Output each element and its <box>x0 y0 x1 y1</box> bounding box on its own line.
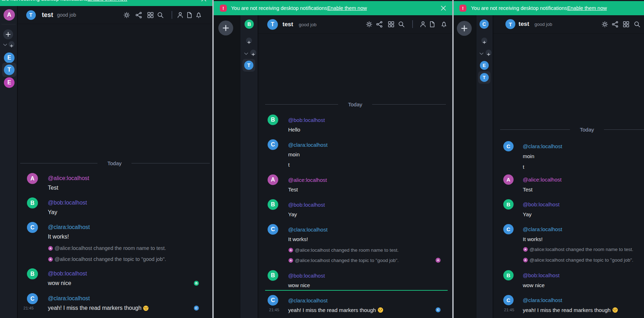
files-icon[interactable] <box>186 11 193 19</box>
close-icon[interactable] <box>440 5 447 11</box>
share-icon[interactable] <box>376 21 383 28</box>
avatar-letter: A <box>525 258 527 262</box>
message-avatar[interactable]: C <box>27 222 38 233</box>
message-avatar[interactable]: A <box>503 174 514 185</box>
message-timestamp: 21:45 <box>23 305 34 311</box>
message-avatar[interactable]: C <box>27 293 38 304</box>
message-sender[interactable]: @alice:localhost <box>523 176 561 183</box>
message-sender[interactable]: @bob:localhost <box>523 272 560 279</box>
message-avatar[interactable]: A <box>27 173 38 184</box>
room-header <box>493 15 644 34</box>
sidebar-room-item[interactable]: E <box>4 77 15 88</box>
chevron-down-icon[interactable] <box>244 51 248 56</box>
grid-icon[interactable] <box>387 21 395 28</box>
message-sender[interactable]: @clara:localhost <box>288 141 327 148</box>
account-avatar[interactable]: B <box>245 19 254 29</box>
avatar-letter: A <box>50 258 52 261</box>
message-sender[interactable]: @clara:localhost <box>288 297 327 304</box>
message-avatar[interactable]: B <box>268 115 278 125</box>
message-sender[interactable]: @bob:localhost <box>288 272 325 279</box>
avatar-letter: T <box>271 21 274 28</box>
add-room-button[interactable] <box>3 29 13 39</box>
files-icon[interactable] <box>429 21 436 28</box>
add-room-button[interactable] <box>250 50 256 56</box>
message-sender[interactable]: @bob:localhost <box>523 201 560 208</box>
avatar-letter: T <box>483 75 486 80</box>
banner-enable-link[interactable]: Enable them now <box>327 5 367 11</box>
avatar-letter: E <box>7 79 11 86</box>
message-text: wow nice <box>288 282 310 288</box>
sidebar-room-item[interactable]: T <box>244 61 253 70</box>
message-avatar[interactable]: C <box>268 224 278 235</box>
message-avatar[interactable]: B <box>27 197 38 208</box>
message-text: yeah! I miss the read markers though <box>523 307 618 313</box>
search-icon[interactable] <box>157 11 164 19</box>
message-avatar[interactable]: C <box>268 295 278 306</box>
message-sender[interactable]: @alice:localhost <box>48 175 89 182</box>
state-event-badge: A <box>523 247 528 252</box>
add-room-button[interactable] <box>246 38 252 44</box>
search-icon[interactable] <box>398 21 405 28</box>
notification-banner: You are not receiving desktop notificati… <box>0 0 213 6</box>
sidebar-room-item[interactable]: T <box>480 73 489 82</box>
sidebar-room-item[interactable]: E <box>4 52 15 63</box>
message-sender[interactable]: @bob:localhost <box>48 199 87 206</box>
add-room-button[interactable] <box>486 50 492 56</box>
state-event-text: @alice:localhost changed the room name t… <box>55 245 166 251</box>
message-sender[interactable]: @clara:localhost <box>48 295 90 302</box>
message-sender[interactable]: @clara:localhost <box>288 226 327 233</box>
notifications-icon[interactable] <box>440 21 448 28</box>
avatar-letter: A <box>271 177 275 183</box>
message-avatar[interactable]: B <box>268 270 278 281</box>
message-sender[interactable]: @bob:localhost <box>48 270 87 277</box>
chevron-down-icon[interactable] <box>3 43 7 47</box>
message-sender[interactable]: @clara:localhost <box>523 225 562 233</box>
add-space-button[interactable] <box>218 21 233 35</box>
message-avatar[interactable]: B <box>503 199 514 210</box>
message-sender[interactable]: @bob:localhost <box>288 201 325 208</box>
search-icon[interactable] <box>633 21 641 28</box>
settings-icon[interactable] <box>365 21 373 28</box>
message-text: t <box>523 163 524 170</box>
members-icon[interactable] <box>419 21 427 28</box>
banner-enable-link[interactable]: Enable them now <box>88 0 127 2</box>
grid-icon[interactable] <box>622 21 630 28</box>
avatar-letter: B <box>506 272 510 278</box>
notifications-icon[interactable] <box>195 11 202 19</box>
message-avatar[interactable]: A <box>268 174 278 185</box>
settings-icon[interactable] <box>123 11 130 19</box>
banner-enable-link[interactable]: Enable them now <box>567 5 607 11</box>
account-avatar[interactable]: C <box>480 19 489 29</box>
avatar-letter: B <box>271 272 275 279</box>
message-avatar[interactable]: C <box>503 141 514 151</box>
chevron-down-icon[interactable] <box>479 51 484 56</box>
sidebar-room-item[interactable]: T <box>4 65 15 75</box>
state-event-badge: A <box>289 258 293 263</box>
message-avatar[interactable]: B <box>503 270 514 280</box>
message-avatar[interactable]: C <box>503 295 514 305</box>
share-icon[interactable] <box>135 11 142 19</box>
members-icon[interactable] <box>177 11 184 19</box>
message-avatar[interactable]: B <box>268 199 278 210</box>
message-avatar[interactable]: C <box>268 139 278 150</box>
add-room-button[interactable] <box>481 38 487 44</box>
grid-icon[interactable] <box>147 11 154 19</box>
message-avatar[interactable]: B <box>27 268 38 279</box>
account-avatar[interactable]: A <box>4 9 15 21</box>
message-avatar[interactable]: C <box>503 224 514 234</box>
add-room-button[interactable] <box>9 41 15 47</box>
message-sender[interactable]: @bob:localhost <box>288 116 325 123</box>
message-sender[interactable]: @clara:localhost <box>523 143 562 150</box>
avatar-letter: B <box>30 200 35 206</box>
share-icon[interactable] <box>611 21 619 28</box>
sidebar-room-item[interactable]: E <box>480 61 489 70</box>
close-icon[interactable] <box>201 0 207 2</box>
message-sender[interactable]: @clara:localhost <box>48 224 90 231</box>
message-sender[interactable]: @alice:localhost <box>288 176 327 183</box>
settings-icon[interactable] <box>601 21 609 28</box>
add-space-button[interactable] <box>457 21 472 36</box>
room-topic: good job <box>534 21 552 28</box>
header-border <box>493 33 644 34</box>
message-sender[interactable]: @clara:localhost <box>523 296 562 303</box>
space-column <box>454 15 476 318</box>
